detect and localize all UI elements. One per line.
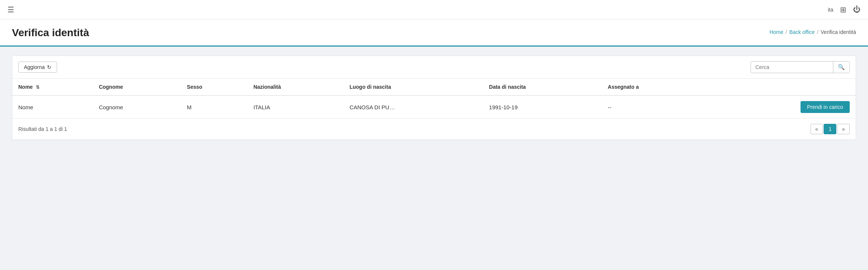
pagination-prev[interactable]: « bbox=[811, 124, 823, 134]
search-button[interactable]: 🔍 bbox=[833, 62, 849, 73]
page-header: Verifica identità Home / Back office / V… bbox=[0, 19, 868, 47]
identity-table: Nome ⇅ Cognome Sesso Nazionalità Luogo d… bbox=[12, 79, 856, 119]
main-card: Aggiorna ↻ 🔍 Nome ⇅ Cognome Sesso bbox=[12, 56, 856, 140]
breadcrumb-sep-1: / bbox=[786, 29, 787, 35]
table-row: Nome Cognome M ITALIA CANOSA DI PU… 1991… bbox=[12, 95, 856, 119]
breadcrumb-sep-2: / bbox=[817, 29, 818, 35]
search-box: 🔍 bbox=[751, 61, 850, 73]
pagination-current[interactable]: 1 bbox=[824, 124, 836, 134]
cell-assegnato-a: -- bbox=[602, 95, 707, 119]
sort-icon-nome[interactable]: ⇅ bbox=[36, 85, 40, 90]
cell-luogo-nascita: CANOSA DI PU… bbox=[343, 95, 483, 119]
col-luogo-nascita: Luogo di nascita bbox=[343, 79, 483, 95]
col-data-nascita: Data di nascita bbox=[483, 79, 602, 95]
col-nazionalita: Nazionalità bbox=[248, 79, 344, 95]
search-input[interactable] bbox=[751, 62, 833, 72]
toolbar: Aggiorna ↻ 🔍 bbox=[12, 56, 856, 79]
breadcrumb-home[interactable]: Home bbox=[770, 29, 783, 35]
pagination: « 1 » bbox=[811, 124, 850, 134]
breadcrumb: Home / Back office / Verifica identità bbox=[770, 27, 856, 35]
cell-data-nascita: 1991-10-19 bbox=[483, 95, 602, 119]
col-sesso: Sesso bbox=[181, 79, 247, 95]
pagination-next[interactable]: » bbox=[837, 124, 850, 134]
refresh-button[interactable]: Aggiorna ↻ bbox=[18, 62, 57, 73]
table-body: Nome Cognome M ITALIA CANOSA DI PU… 1991… bbox=[12, 95, 856, 119]
cell-sesso: M bbox=[181, 95, 247, 119]
power-icon[interactable]: ⏻ bbox=[853, 5, 861, 14]
cell-nome: Nome bbox=[12, 95, 93, 119]
results-label: Risultati da 1 a 1 di 1 bbox=[18, 126, 67, 132]
refresh-label: Aggiorna bbox=[24, 64, 45, 70]
search-icon: 🔍 bbox=[838, 64, 845, 70]
cell-cognome: Cognome bbox=[93, 95, 181, 119]
col-cognome: Cognome bbox=[93, 79, 181, 95]
breadcrumb-backoffice[interactable]: Back office bbox=[789, 29, 815, 35]
col-nome: Nome ⇅ bbox=[12, 79, 93, 95]
navbar-left: ☰ bbox=[7, 5, 14, 14]
col-action bbox=[707, 79, 856, 95]
col-assegnato-a: Assegnato a bbox=[602, 79, 707, 95]
hamburger-icon[interactable]: ☰ bbox=[7, 5, 14, 14]
table-footer: Risultati da 1 a 1 di 1 « 1 » bbox=[12, 119, 856, 139]
refresh-icon: ↻ bbox=[47, 64, 51, 70]
navbar: ☰ ita ⊞ ⏻ bbox=[0, 0, 868, 19]
content-area: Aggiorna ↻ 🔍 Nome ⇅ Cognome Sesso bbox=[0, 47, 868, 149]
lang-label: ita bbox=[828, 7, 833, 13]
cell-nazionalita: ITALIA bbox=[248, 95, 344, 119]
navbar-right: ita ⊞ ⏻ bbox=[828, 5, 861, 14]
cell-action: Prendi in carico bbox=[707, 95, 856, 119]
page-title: Verifica identità bbox=[12, 27, 89, 39]
table-header: Nome ⇅ Cognome Sesso Nazionalità Luogo d… bbox=[12, 79, 856, 95]
prendi-in-carico-button[interactable]: Prendi in carico bbox=[801, 101, 850, 113]
breadcrumb-current: Verifica identità bbox=[821, 29, 856, 35]
grid-icon[interactable]: ⊞ bbox=[840, 5, 846, 14]
